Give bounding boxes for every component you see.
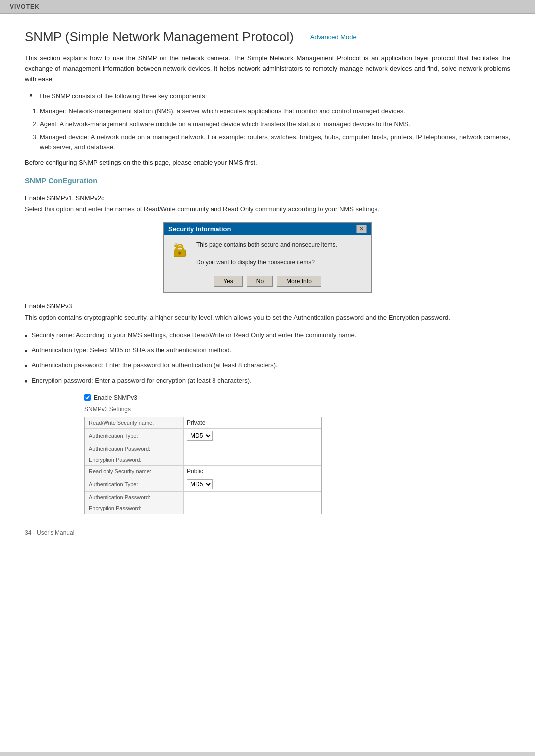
security-dialog-message: This page contains both secure and nonse… <box>196 240 337 267</box>
settings-row-auth-type-2: Authentication Type: MD5 SHA <box>85 477 321 492</box>
page-container: SNMP (Simple Network Management Protocol… <box>0 14 535 752</box>
settings-row-auth-password-2: Authentication Password: <box>85 492 321 503</box>
settings-row-auth-password-1: Authentication Password: <box>85 443 321 454</box>
ro-security-name-input[interactable] <box>187 468 319 475</box>
page-title-row: SNMP (Simple Network Management Protocol… <box>25 29 510 45</box>
enc-password-1-value <box>184 454 321 465</box>
footer-text: 34 - User's Manual <box>25 529 74 536</box>
settings-row-enc-password-2: Encryption Password: <box>85 503 321 514</box>
settings-row-rw-security-name: Read/Write Security name: <box>85 417 321 429</box>
bullet-text-1: Security name: According to your NMS set… <box>31 330 356 341</box>
advanced-mode-button[interactable]: Advanced Mode <box>304 31 363 43</box>
auth-password-2-label: Authentication Password: <box>85 492 184 503</box>
svg-rect-3 <box>179 253 180 255</box>
snmp-config-heading: SNMP ConEguration <box>25 176 510 187</box>
rw-security-name-input[interactable] <box>187 419 319 426</box>
security-yes-button[interactable]: Yes <box>214 276 243 287</box>
rw-security-name-value <box>184 417 321 428</box>
enable-snmpv1-text: Select this option and enter the names o… <box>25 204 510 215</box>
bullet-intro-item: The SNMP consists of the following three… <box>30 91 510 101</box>
enc-password-2-input[interactable] <box>187 505 319 512</box>
security-line2: Do you want to display the nonsecure ite… <box>196 258 337 267</box>
bullet-icon-2: ■ <box>25 347 27 355</box>
enable-snmpv3-checkbox[interactable] <box>84 394 91 401</box>
security-dialog-close-button[interactable]: ✕ <box>356 225 367 233</box>
security-line1: This page contains both secure and nonse… <box>196 240 337 249</box>
enc-password-2-label: Encryption Password: <box>85 503 184 514</box>
security-dialog-wrapper: Security Information ✕ 🔒 Thi <box>25 222 510 293</box>
enable-snmpv3-checkbox-label: Enable SNMPv3 <box>94 394 137 401</box>
enc-password-1-label: Encryption Password: <box>85 454 184 465</box>
security-no-button[interactable]: No <box>247 276 273 287</box>
bullet-icon-4: ■ <box>25 378 27 386</box>
snmpv3-settings-title: SNMPv3 Settings <box>84 406 510 413</box>
auth-password-1-value <box>184 443 321 454</box>
auth-type-2-label: Authentication Type: <box>85 477 184 491</box>
enable-snmpv3-heading: Enable SNMPv3 <box>25 302 510 310</box>
snmpv3-settings-table: Read/Write Security name: Authentication… <box>84 417 322 514</box>
security-dialog-title-bar: Security Information ✕ <box>164 223 371 235</box>
security-dialog-body: 🔒 This page contains both secure and non… <box>164 235 371 272</box>
intro-paragraph: This section explains how to use the SNM… <box>25 53 510 84</box>
enable-snmpv1-heading: Enable SNMPv1, SNMPv2c <box>25 194 510 202</box>
enable-snmpv3-checkbox-row: Enable SNMPv3 <box>84 394 510 401</box>
ro-security-name-label: Read only Security name: <box>85 466 184 477</box>
auth-type-1-select[interactable]: MD5 SHA <box>187 431 213 441</box>
enc-password-2-value <box>184 503 321 514</box>
security-more-info-button[interactable]: More Info <box>277 276 321 287</box>
auth-type-2-value: MD5 SHA <box>184 477 321 491</box>
auth-type-2-select[interactable]: MD5 SHA <box>187 479 213 489</box>
auth-password-2-value <box>184 492 321 503</box>
bullet-text-2: Authentication type: Select MD5 or SHA a… <box>31 345 231 355</box>
top-bar: VIVOTEK <box>0 0 535 14</box>
security-name-bullet: ■ Security name: According to your NMS s… <box>25 330 510 386</box>
snmpv3-settings-wrapper: SNMPv3 Settings Read/Write Security name… <box>84 406 510 514</box>
settings-row-auth-type-1: Authentication Type: MD5 SHA <box>85 429 321 443</box>
security-dialog-title-text: Security Information <box>168 225 231 233</box>
security-icon: 🔒 <box>170 240 190 260</box>
settings-row-ro-security-name: Read only Security name: <box>85 466 321 477</box>
security-dialog-buttons: Yes No More Info <box>164 272 371 292</box>
enable-snmpv3-text: This option contains cryptographic secur… <box>25 313 510 323</box>
list-item: Managed device: A network node on a mana… <box>40 132 510 152</box>
page-title: SNMP (Simple Network Management Protocol… <box>25 29 294 45</box>
security-dialog: Security Information ✕ 🔒 Thi <box>163 222 372 293</box>
auth-type-1-value: MD5 SHA <box>184 429 321 443</box>
settings-row-enc-password-1: Encryption Password: <box>85 454 321 466</box>
before-config-text: Before configuring SNMP settings on the … <box>25 159 510 166</box>
brand-label: VIVOTEK <box>10 3 40 10</box>
auth-password-1-label: Authentication Password: <box>85 443 184 454</box>
list-item: Manager: Network-management station (NMS… <box>40 106 510 116</box>
numbered-components-list: Manager: Network-management station (NMS… <box>40 106 510 152</box>
ro-security-name-value <box>184 466 321 477</box>
key-components-list: The SNMP consists of the following three… <box>30 91 510 101</box>
rw-security-name-label: Read/Write Security name: <box>85 417 184 428</box>
auth-password-1-input[interactable] <box>187 445 319 452</box>
page-footer: 34 - User's Manual <box>25 529 510 536</box>
auth-type-1-label: Authentication Type: <box>85 429 184 443</box>
enc-password-1-input[interactable] <box>187 456 319 463</box>
auth-password-2-input[interactable] <box>187 494 319 501</box>
bullet-icon-3: ■ <box>25 362 27 371</box>
list-item: Agent: A network-management software mod… <box>40 119 510 129</box>
bullet-text-4: Encryption password: Enter a password fo… <box>31 376 251 386</box>
enable-snmpv3-section: Enable SNMPv3 This option contains crypt… <box>25 302 510 514</box>
bullet-text-3: Authentication password: Enter the passw… <box>31 360 277 371</box>
bullet-icon-1: ■ <box>25 332 27 341</box>
